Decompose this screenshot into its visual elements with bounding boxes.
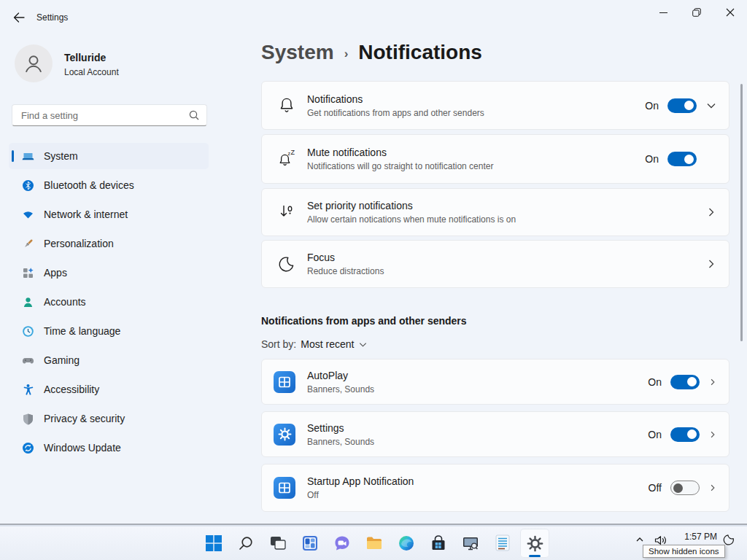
chevron-down-icon	[358, 340, 368, 349]
toggle-knob	[673, 483, 683, 493]
sidebar-item-network-internet[interactable]: Network & internet	[9, 201, 209, 228]
scrollbar[interactable]	[740, 84, 743, 341]
card-subtitle: Reduce distractions	[307, 266, 384, 276]
sidebar-item-bluetooth-devices[interactable]: Bluetooth & devices	[9, 172, 209, 198]
sidebar-item-apps[interactable]: Apps	[9, 260, 209, 286]
settings-toggle[interactable]	[670, 427, 700, 442]
search-icon	[189, 110, 199, 120]
taskbar-file-explorer-button[interactable]	[360, 529, 389, 558]
taskbar-settings-button[interactable]	[520, 529, 549, 558]
search-icon	[238, 535, 254, 551]
card-subtitle: Allow certain notications when mute noti…	[307, 214, 516, 225]
taskbar-widgets-button[interactable]	[295, 529, 325, 558]
breadcrumb-separator: ›	[344, 47, 349, 61]
notepad-icon	[495, 534, 511, 552]
card-app-settings[interactable]: Settings Banners, Sounds On	[261, 411, 729, 457]
mute-notifications-toggle[interactable]	[667, 152, 697, 166]
chevron-right-icon	[705, 206, 717, 218]
chevron-right-icon	[708, 483, 717, 492]
section-header: Notifications from apps and other sender…	[261, 315, 467, 327]
app-subtitle: Off	[307, 490, 414, 500]
sidebar-item-accessibility[interactable]: Accessibility	[9, 376, 209, 402]
taskbar-search-button[interactable]	[231, 529, 260, 558]
breadcrumb: System › Notifications	[261, 41, 482, 64]
taskbar-store-button[interactable]	[424, 529, 453, 558]
card-notifications[interactable]: Notifications Get notifications from app…	[261, 81, 729, 130]
card-app-autoplay[interactable]: AutoPlay Banners, Sounds On	[261, 359, 729, 405]
card-mute-notifications[interactable]: zZ Mute notifications Notifications will…	[261, 134, 729, 184]
taskbar-notepad-button[interactable]	[488, 529, 517, 558]
window-title: Settings	[36, 12, 68, 23]
breadcrumb-system[interactable]: System	[261, 41, 334, 64]
autoplay-toggle[interactable]	[670, 375, 700, 389]
sort-value: Most recent	[301, 338, 354, 350]
toggle-state-label: On	[648, 429, 662, 440]
window-controls	[646, 0, 747, 25]
toggle-state-label: On	[645, 100, 659, 112]
sidebar-item-accounts[interactable]: Accounts	[9, 289, 209, 315]
startup-toggle[interactable]	[670, 481, 700, 495]
toggle-knob	[684, 101, 694, 110]
sort-dropdown[interactable]: Sort by: Most recent	[261, 338, 368, 350]
startup-app-icon	[274, 477, 295, 499]
sidebar-item-system[interactable]: System	[9, 143, 209, 169]
notifications-toggle[interactable]	[667, 98, 697, 113]
windows-logo-icon	[205, 534, 222, 552]
settings-window: Settings Telluride Local Account Find a …	[0, 0, 747, 525]
tooltip-show-hidden-icons: Show hidden icons	[643, 545, 725, 558]
chat-icon	[333, 534, 351, 552]
sidebar-item-time-language[interactable]: Time & language	[9, 318, 209, 344]
minimize-button[interactable]	[646, 0, 680, 25]
windows-update-icon	[22, 442, 34, 454]
bluetooth-icon	[22, 179, 34, 192]
personalization-icon	[22, 238, 34, 250]
privacy-security-icon	[22, 413, 34, 425]
taskbar-edge-button[interactable]	[392, 529, 421, 558]
taskbar-clock[interactable]: 1:57 PM	[675, 532, 717, 542]
taskbar-remote-desktop-button[interactable]	[456, 529, 485, 558]
search-input[interactable]: Find a setting	[12, 104, 207, 126]
taskbar-task-view-button[interactable]	[263, 529, 293, 558]
app-subtitle: Banners, Sounds	[307, 437, 374, 447]
card-title: Mute notifications	[307, 147, 493, 158]
settings-app-icon	[274, 424, 295, 446]
taskbar-chat-button[interactable]	[328, 529, 357, 558]
sidebar-nav: System Bluetooth & devices Network & int…	[0, 143, 219, 464]
back-button[interactable]	[7, 7, 31, 28]
task-view-icon	[269, 534, 287, 552]
accounts-icon	[22, 296, 34, 308]
card-subtitle: Get notifications from apps and other se…	[307, 108, 484, 118]
card-app-startup[interactable]: Startup App Notification Off Off	[261, 464, 729, 512]
sidebar-item-personalization[interactable]: Personalization	[9, 230, 209, 257]
microsoft-store-icon	[430, 534, 447, 552]
restore-button[interactable]	[680, 0, 713, 25]
card-title: Notifications	[307, 93, 484, 105]
chevron-right-icon	[708, 430, 717, 439]
app-subtitle: Banners, Sounds	[307, 384, 374, 394]
file-explorer-icon	[365, 534, 383, 552]
close-button[interactable]	[713, 0, 747, 25]
app-name: Settings	[307, 422, 374, 434]
remote-desktop-icon	[462, 534, 479, 552]
moon-icon	[276, 254, 297, 273]
card-set-priority-notifications[interactable]: Set priority notifications Allow certain…	[261, 188, 729, 236]
system-icon	[22, 150, 34, 163]
sidebar-item-gaming[interactable]: Gaming	[9, 347, 209, 373]
toggle-knob	[687, 429, 697, 439]
sidebar-item-privacy-security[interactable]: Privacy & security	[9, 405, 209, 432]
priority-notifications-icon	[276, 203, 297, 222]
close-icon	[726, 8, 735, 17]
sidebar-item-windows-update[interactable]: Windows Update	[9, 435, 209, 461]
user-icon	[22, 52, 45, 75]
bell-sleep-icon: zZ	[276, 149, 297, 168]
chevron-down-icon[interactable]	[705, 100, 717, 112]
taskbar-start-button[interactable]	[199, 529, 228, 558]
gaming-icon	[22, 354, 34, 367]
user-name: Telluride	[64, 52, 106, 63]
card-focus[interactable]: Focus Reduce distractions	[261, 240, 729, 288]
back-arrow-icon	[13, 12, 25, 23]
avatar[interactable]	[15, 44, 53, 82]
time-language-icon	[22, 325, 34, 338]
svg-text:Z: Z	[291, 149, 295, 156]
user-account-type: Local Account	[64, 67, 119, 77]
